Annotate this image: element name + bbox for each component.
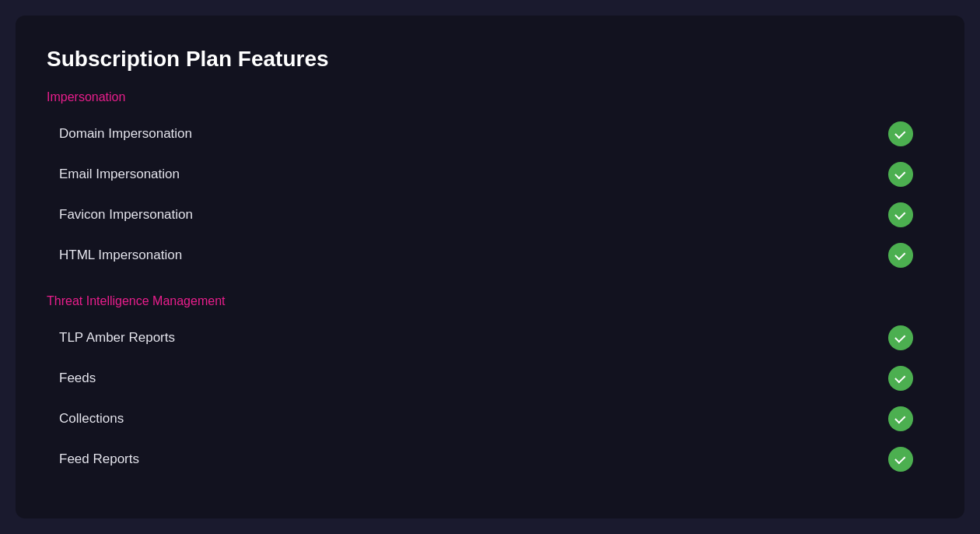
list-item: TLP Amber Reports [47, 318, 926, 358]
features-scroll-container[interactable]: Impersonation Domain Impersonation Email… [47, 90, 933, 476]
list-item: Feeds [47, 358, 926, 399]
list-item: Collections [47, 399, 926, 439]
subscription-features-card: Subscription Plan Features Impersonation… [16, 16, 964, 518]
feature-name: Domain Impersonation [59, 126, 192, 142]
impersonation-section-label: Impersonation [47, 90, 926, 104]
feature-name: Favicon Impersonation [59, 207, 193, 223]
impersonation-section: Impersonation Domain Impersonation Email… [47, 90, 926, 276]
feature-name: Email Impersonation [59, 167, 180, 182]
check-icon [888, 243, 913, 268]
check-icon [888, 162, 913, 187]
page-title: Subscription Plan Features [47, 47, 933, 72]
feature-name: Feeds [59, 371, 96, 386]
check-icon [888, 325, 913, 350]
list-item: Favicon Impersonation [47, 195, 926, 235]
check-icon [888, 121, 913, 146]
list-item: Feed Reports [47, 439, 926, 476]
check-icon [888, 406, 913, 431]
list-item: Email Impersonation [47, 154, 926, 195]
check-icon [888, 202, 913, 227]
feature-name: TLP Amber Reports [59, 330, 175, 346]
check-icon [888, 366, 913, 391]
list-item: Domain Impersonation [47, 114, 926, 154]
feature-name: HTML Impersonation [59, 248, 182, 263]
check-icon [888, 447, 913, 472]
feature-name: Feed Reports [59, 451, 139, 467]
feature-name: Collections [59, 411, 124, 427]
list-item: HTML Impersonation [47, 235, 926, 276]
threat-intelligence-section: Threat Intelligence Management TLP Amber… [47, 294, 926, 476]
threat-intelligence-section-label: Threat Intelligence Management [47, 294, 926, 308]
